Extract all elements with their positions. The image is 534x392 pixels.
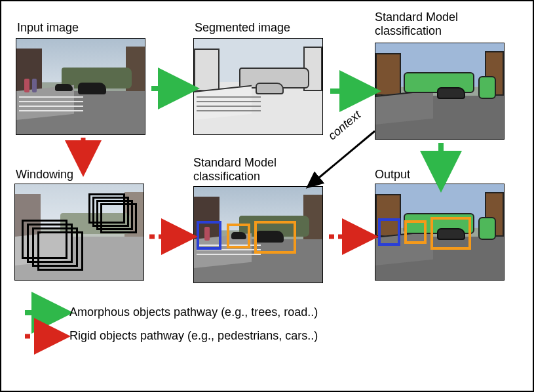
- bbox-car-far-out: [404, 220, 427, 244]
- panel-output: [375, 184, 505, 281]
- label-windowing: Windowing: [16, 168, 73, 182]
- arrow-context-icon: [304, 127, 383, 195]
- panel-smc-bottom: [193, 186, 323, 283]
- arrow-green-2-icon: [329, 81, 370, 104]
- legend-arrow-red-icon: [24, 328, 62, 347]
- bbox-pedestrian: [197, 221, 221, 250]
- label-smc-top: Standard Model classification: [375, 10, 458, 37]
- arrow-red-1-icon: [73, 136, 93, 170]
- svg-line-6: [312, 131, 375, 184]
- legend-arrow-green-icon: [24, 304, 62, 324]
- arrow-red-3-icon: [328, 227, 370, 249]
- panel-input-image: [16, 38, 145, 135]
- bbox-car-near-out: [430, 217, 471, 250]
- arrow-green-3-icon: [431, 142, 451, 184]
- label-input: Input image: [17, 21, 79, 35]
- legend-amorphous: Amorphous objects pathway (e.g., trees, …: [69, 305, 318, 319]
- segmented-scene: [194, 39, 322, 134]
- legend-rigid: Rigid objects pathway (e.g., pedestrians…: [69, 329, 318, 343]
- window-stack-right: [88, 193, 141, 239]
- arrow-red-2-icon: [148, 227, 189, 249]
- panel-windowing: [14, 184, 144, 281]
- classified-scene: [375, 43, 504, 139]
- bbox-car-far: [227, 224, 250, 248]
- bbox-car-near: [254, 221, 296, 254]
- window-stack-left: [22, 220, 81, 272]
- diagram-canvas: Input image Segmented image Standard Mod…: [0, 0, 534, 392]
- street-scene: [16, 39, 145, 134]
- label-smc-bottom: Standard Model classification: [193, 156, 277, 183]
- label-segmented: Segmented image: [195, 21, 290, 35]
- arrow-green-1-icon: [150, 79, 188, 101]
- bbox-pedestrian-out: [378, 218, 400, 246]
- panel-smc-top: [375, 43, 505, 140]
- panel-segmented-image: [193, 38, 323, 135]
